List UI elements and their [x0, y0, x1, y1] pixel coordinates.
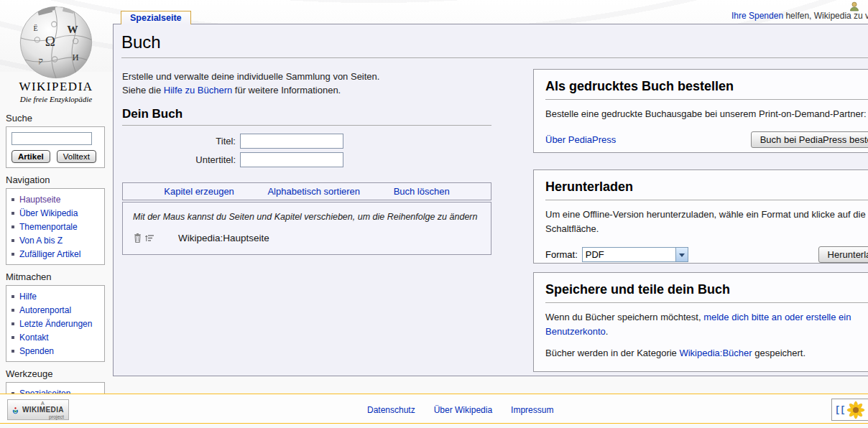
donation-text: helfen, Wikipedia zu verbessern.	[783, 11, 868, 21]
list-item: Letzte Änderungen	[6, 317, 104, 330]
svg-text:Ë: Ë	[33, 24, 37, 32]
search-heading: Suche	[6, 113, 112, 124]
format-label: Format:	[545, 249, 578, 260]
title-row: Titel:	[122, 134, 491, 149]
save-share-panel: Speichere und teile dein Buch Wenn du Bü…	[533, 272, 868, 372]
format-select[interactable]: PDF	[582, 247, 688, 262]
list-item: Über Wikipedia	[6, 206, 104, 220]
book-item-row: Wikipedia:Hauptseite	[133, 233, 481, 243]
panel-heading: Speichere und teile dein Buch	[545, 282, 868, 303]
sidebar-item-von-a-bis-z[interactable]: Von A bis Z	[19, 236, 63, 246]
pediapress-link[interactable]: Über PediaPress	[545, 134, 616, 145]
sidebar-item-hauptseite[interactable]: Hauptseite	[19, 195, 60, 205]
svg-text:ק: ק	[39, 56, 43, 65]
title-input[interactable]	[240, 134, 343, 149]
download-button[interactable]: Herunterladen	[818, 246, 868, 263]
wikipedia-tagline: Die freie Enzyklopädie	[0, 95, 112, 103]
tab-label: Spezialseite	[130, 13, 182, 23]
sidebar-item-letzte-aenderungen[interactable]: Letzte Änderungen	[19, 319, 92, 329]
wikipedia-logo[interactable]: W Ω И ק Ë WIKIPEDIA Die freie Enzyklopäd…	[0, 0, 112, 106]
subtitle-input[interactable]	[240, 152, 343, 167]
portlet-heading: Werkzeuge	[6, 368, 112, 379]
list-item: Themenportale	[6, 220, 104, 233]
panel-text: Bücher werden in der Kategorie Wikipedia…	[545, 346, 868, 360]
wikipedia-globe-icon: W Ω И ק Ë	[14, 2, 98, 83]
square-bullet-icon	[11, 350, 14, 353]
list-item: Von A bis Z	[6, 233, 104, 247]
square-bullet-icon	[11, 225, 14, 228]
mediawiki-sunflower-icon	[846, 401, 865, 419]
trash-icon[interactable]	[133, 233, 142, 243]
square-bullet-icon	[11, 309, 14, 312]
square-bullet-icon	[11, 253, 14, 256]
footer-link-impressum[interactable]: Impressum	[511, 405, 553, 415]
sort-alphabetically-link[interactable]: Alphabetisch sortieren	[267, 186, 360, 197]
search-fulltext-button[interactable]: Volltext	[57, 150, 96, 163]
download-panel: Herunterladen Um eine Offline-Version he…	[533, 169, 868, 264]
category-books-link[interactable]: Wikipedia:Bücher	[679, 348, 752, 358]
intro-line2: Siehe die Hilfe zu Büchern für weitere I…	[122, 83, 379, 97]
search-input[interactable]	[11, 132, 92, 145]
sidebar-item-ueber-wikipedia[interactable]: Über Wikipedia	[19, 208, 78, 218]
user-icon[interactable]	[849, 1, 859, 11]
list-item: Hilfe	[6, 289, 104, 303]
square-bullet-icon	[11, 295, 14, 298]
title-label: Titel:	[122, 136, 240, 146]
mediawiki-brackets: [[	[835, 405, 845, 415]
panel-text: Wenn du Bücher speichern möchtest, melde…	[545, 310, 868, 339]
create-chapter-link[interactable]: Kapitel erzeugen	[164, 186, 234, 197]
content-area: Buch Erstelle und verwalte deine individ…	[113, 24, 868, 376]
wikimedia-logo-icon	[12, 403, 19, 417]
square-bullet-icon	[11, 198, 14, 201]
book-items-box: Mit der Maus kannst du Seiten und Kapite…	[122, 202, 491, 255]
donation-link[interactable]: Ihre Spenden	[731, 11, 783, 21]
square-bullet-icon	[11, 336, 14, 339]
portlet-heading: Mitmachen	[6, 271, 112, 282]
badge-line-wikimedia: WIKIMEDIA	[22, 406, 64, 414]
mitmachen-portlet: Mitmachen Hilfe Autorenportal Letzte Änd…	[0, 271, 112, 362]
print-order-panel: Als gedrucktes Buch bestellen Bestelle e…	[533, 69, 868, 153]
sidebar-item-zufaelliger-artikel[interactable]: Zufälliger Artikel	[19, 249, 80, 259]
panel-text: Um eine Offline-Version herunterzuladen,…	[545, 208, 868, 236]
subtitle-row: Untertitel:	[122, 152, 491, 167]
wikimedia-project-badge[interactable]: A WIKIMEDIA project	[7, 399, 69, 420]
format-selected-value: PDF	[583, 249, 675, 260]
delete-book-link[interactable]: Buch löschen	[394, 186, 450, 197]
portlet-heading: Navigation	[6, 175, 112, 185]
list-item: Kontakt	[6, 330, 104, 344]
footer-link-datenschutz[interactable]: Datenschutz	[367, 405, 415, 415]
badge-line-a: A	[41, 401, 64, 406]
book-section: Dein Buch Titel: Untertitel: Kapitel erz…	[122, 107, 491, 255]
sidebar-item-themenportale[interactable]: Themenportale	[19, 222, 78, 232]
sidebar-item-autorenportal[interactable]: Autorenportal	[19, 305, 71, 315]
page: Ihre Spenden helfen, Wikipedia zu verbes…	[0, 0, 868, 428]
footer-link-ueber-wikipedia[interactable]: Über Wikipedia	[434, 405, 492, 415]
book-section-heading: Dein Buch	[122, 107, 491, 126]
sidebar-item-kontakt[interactable]: Kontakt	[19, 332, 49, 343]
page-title: Buch	[121, 32, 868, 58]
panel-text: Bestelle eine gedruckte Buchausgabe bei …	[545, 107, 868, 121]
square-bullet-icon	[11, 212, 14, 215]
footer: A WIKIMEDIA project Datenschutz Über Wik…	[0, 394, 868, 424]
panel-heading: Herunterladen	[545, 180, 868, 200]
sidebar: W Ω И ק Ë WIKIPEDIA Die freie Enzyklopäd…	[0, 0, 112, 404]
tab-spezialseite[interactable]: Spezialseite	[121, 11, 191, 24]
badge-line-project: project	[49, 414, 64, 419]
navigation-portlet: Navigation Hauptseite Über Wikipedia The…	[0, 175, 112, 265]
subtitle-label: Untertitel:	[122, 154, 240, 165]
search-article-button[interactable]: Artikel	[11, 150, 50, 163]
move-sort-icon[interactable]	[145, 233, 154, 243]
book-toolbar: Kapitel erzeugen Alphabetisch sortieren …	[122, 182, 491, 200]
list-item: Autorenportal	[6, 303, 104, 317]
order-pediapress-button[interactable]: Buch bei PediaPress bestellen	[751, 131, 868, 148]
book-item-title[interactable]: Wikipedia:Hauptseite	[178, 233, 269, 243]
mediawiki-badge[interactable]: [[	[831, 399, 868, 421]
svg-text:И: И	[73, 52, 79, 62]
intro-text: Erstelle und verwalte deine individuelle…	[122, 70, 379, 97]
drag-hint: Mit der Maus kannst du Seiten und Kapite…	[133, 212, 481, 222]
help-books-link[interactable]: Hilfe zu Büchern	[164, 85, 232, 96]
sidebar-item-spenden[interactable]: Spenden	[19, 346, 54, 356]
list-item: Spenden	[6, 344, 104, 358]
chevron-down-icon	[675, 248, 688, 261]
sidebar-item-hilfe[interactable]: Hilfe	[19, 292, 37, 302]
